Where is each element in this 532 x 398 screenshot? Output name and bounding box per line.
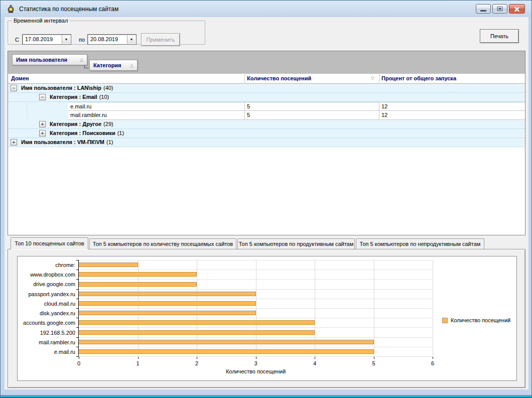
group-field-username[interactable]: Имя пользователя △ [12, 54, 87, 65]
restore-icon [497, 7, 503, 11]
grid-header: Домен Количество посещений ▽ Процент от … [8, 74, 525, 84]
cell-percent: 12 [379, 111, 525, 120]
chart-category-label: cloud.mail.ru [18, 299, 75, 308]
group-count: (1) [106, 139, 113, 145]
x-axis-tick-label: 3 [254, 360, 257, 366]
y-axis-tick [76, 308, 78, 309]
group-label: Категория : Другое [50, 121, 101, 127]
close-button[interactable] [509, 4, 525, 14]
group-label: Имя пользователя : LAN\ship [21, 85, 101, 91]
sort-asc-icon: △ [80, 55, 83, 65]
dropdown-icon: ▼ [130, 38, 134, 41]
date-to-label: по [79, 37, 85, 43]
x-axis-tick [197, 357, 197, 359]
group-count: (29) [103, 121, 113, 127]
group-count: (10) [99, 94, 109, 100]
chart-bar [79, 282, 197, 287]
column-separator [244, 74, 245, 83]
group-field-label: Категория [93, 62, 121, 68]
title-bar[interactable]: Статистика по посещенным сайтам [1, 1, 531, 17]
x-axis-tick [374, 357, 374, 359]
expand-button[interactable]: − [39, 94, 46, 100]
chart-category-label: drive.google.com [18, 280, 75, 289]
chart-bar-row [79, 308, 433, 318]
date-from-combobox[interactable]: 17.08.2019 ▼ [22, 34, 71, 45]
expand-button[interactable]: − [11, 85, 17, 91]
column-header-label: Количество посещений [247, 75, 311, 81]
y-axis-tick [76, 289, 78, 290]
expand-button[interactable]: + [39, 121, 46, 127]
chart-legend: Количество посещений [442, 317, 510, 323]
apply-button[interactable]: Применить [141, 33, 180, 46]
tab-page-panel: chrome:www.dropbox.comdrive.google.compa… [8, 249, 525, 388]
app-window: Статистика по посещенным сайтам Временно… [0, 0, 532, 398]
chart-bar [79, 349, 374, 354]
y-axis-tick [76, 299, 78, 299]
chart-bar-row [79, 299, 433, 308]
tab-top5-unproductive-sites[interactable]: Топ 5 компьютеров по непродуктивным сайт… [356, 238, 484, 249]
chart-category-label: 192.168.5.200 [18, 328, 75, 337]
expand-button[interactable]: + [11, 139, 17, 146]
group-count: (40) [103, 85, 113, 91]
chart-bar [79, 320, 315, 325]
window-title: Статистика по посещенным сайтам [19, 6, 118, 13]
group-row[interactable]: −Имя пользователя : LAN\ship(40) [8, 84, 525, 93]
chart-category-label: passport.yandex.ru [18, 289, 75, 299]
time-interval-label: Временной интервал [12, 18, 69, 24]
date-from-label: С [15, 37, 19, 43]
table-row[interactable]: e.mail.ru 5 12 [8, 102, 525, 111]
group-count: (1) [117, 130, 124, 136]
chart-bar-row [79, 327, 433, 337]
chart-bar [79, 272, 197, 277]
x-axis-tick-label: 2 [195, 360, 198, 366]
group-label: Имя пользователя : VM-ПК\VM [21, 139, 104, 145]
chart-bar [79, 262, 138, 267]
date-from-dropdown-button[interactable]: ▼ [62, 35, 70, 44]
table-row[interactable]: mail.rambler.ru 5 12 [8, 111, 525, 120]
column-header-domain[interactable]: Домен [11, 74, 29, 83]
group-row[interactable]: +Категория : Другое(29) [8, 120, 525, 129]
chart-bar-row [79, 318, 433, 327]
chart-bar [79, 340, 374, 344]
y-axis-tick [76, 270, 78, 270]
chart-bar [79, 301, 256, 306]
print-button[interactable]: Печать [480, 29, 519, 43]
group-row[interactable]: +Категория : Поисковики(1) [8, 129, 525, 138]
cell-visits: 5 [245, 102, 379, 111]
app-icon [7, 5, 15, 13]
chart-bar-row [79, 347, 433, 356]
tab-top5-by-visited-sites[interactable]: Топ 5 компьютеров по количеству посещаем… [89, 238, 236, 249]
minimize-button[interactable] [476, 4, 491, 14]
group-field-category[interactable]: Категория △ [89, 60, 138, 71]
tab-top5-productive-sites[interactable]: Топ 5 компьютеров по продуктивным сайтам [237, 238, 355, 249]
restore-button[interactable] [492, 4, 507, 14]
x-axis-tick-label: 4 [313, 360, 316, 366]
x-axis-tick-label: 5 [372, 360, 375, 366]
column-header-percent[interactable]: Процент от общего запуска [381, 74, 456, 83]
x-axis-tick [315, 357, 315, 359]
column-header-visits[interactable]: Количество посещений ▽ [245, 74, 379, 83]
group-row[interactable]: +Имя пользователя : VM-ПК\VM(1) [8, 138, 525, 147]
sites-grid: Имя пользователя △ Категория △ Домен Кол… [8, 51, 525, 235]
dropdown-icon: ▼ [65, 38, 68, 41]
group-row[interactable]: −Категория : Email(10) [8, 93, 525, 102]
y-axis-tick [76, 318, 78, 318]
y-axis-tick [76, 347, 78, 347]
x-axis-tick-label: 6 [431, 360, 434, 366]
cell-percent: 12 [379, 102, 525, 111]
row-indent [8, 102, 68, 111]
y-axis-tick [76, 337, 78, 338]
tab-top10-sites[interactable]: Топ 10 посещенных сайтов [11, 237, 88, 249]
expand-button[interactable]: + [39, 130, 46, 137]
date-to-combobox[interactable]: 20.08.2019 ▼ [87, 34, 137, 45]
date-to-dropdown-button[interactable]: ▼ [127, 35, 136, 44]
cell-visits: 5 [245, 111, 379, 120]
chart-category-label: e.mail.ru [18, 347, 75, 357]
legend-swatch [442, 318, 448, 323]
y-axis-tick [76, 327, 78, 328]
chart-bar-row [79, 337, 433, 347]
column-separator [379, 74, 380, 83]
chart-bar-row [79, 270, 433, 279]
row-indent [8, 111, 68, 120]
y-axis-tick [76, 260, 78, 260]
